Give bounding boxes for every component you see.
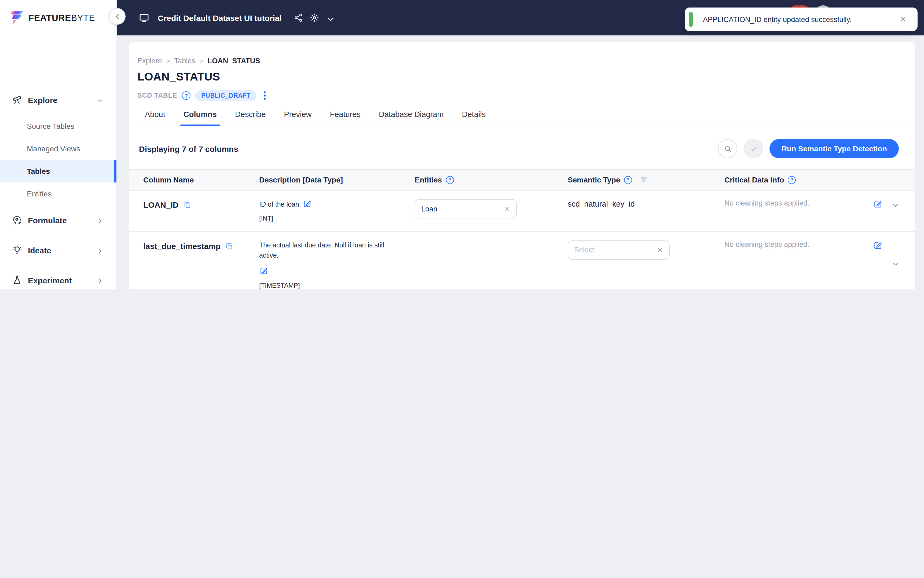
- brand-logo: FEATUREBYTE: [0, 0, 117, 36]
- edit-description-icon[interactable]: [303, 199, 312, 208]
- kebab-menu-icon[interactable]: [261, 91, 269, 101]
- help-icon[interactable]: ?: [182, 91, 190, 100]
- sidebar-collapse-button[interactable]: [109, 8, 126, 25]
- breadcrumb-separator: >: [199, 57, 203, 65]
- copy-icon[interactable]: [225, 242, 233, 251]
- help-icon[interactable]: ?: [624, 176, 632, 184]
- data-type: [INT]: [259, 214, 400, 231]
- semantic-type-value: scd_natural_key_id: [568, 200, 635, 208]
- edit-description-icon[interactable]: [259, 266, 268, 275]
- column-name: last_due_timestamp: [143, 242, 220, 251]
- search-button[interactable]: [718, 139, 738, 158]
- sidebar-item-label: Ideate: [28, 245, 97, 255]
- brand-name: FEATUREBYTE: [28, 13, 95, 23]
- status-badge: PUBLIC_DRAFT: [195, 90, 256, 101]
- clear-icon[interactable]: [657, 247, 663, 253]
- data-type: [TIMESTAMP]: [259, 281, 400, 289]
- entity-select[interactable]: Loan: [415, 199, 517, 218]
- toast-success-bar: [689, 12, 693, 27]
- description-cell: The actual last due date. Null if loan i…: [259, 240, 407, 289]
- header-semantic-type: Semantic Type?: [568, 170, 725, 190]
- entity-value: Loan: [421, 205, 437, 213]
- column-name: LOAN_ID: [143, 200, 179, 209]
- success-toast: APPLICATION_ID entity updated successful…: [685, 8, 918, 31]
- filter-icon[interactable]: [639, 175, 648, 184]
- column-description: The actual last due date. Null if loan i…: [259, 242, 384, 260]
- tab-features[interactable]: Features: [329, 110, 361, 126]
- gear-icon[interactable]: [310, 13, 319, 23]
- tab-details[interactable]: Details: [461, 110, 487, 126]
- columns-summary: Displaying 7 of 7 columns: [139, 144, 238, 153]
- critical-data-info-text: No cleaning steps applied.: [725, 240, 809, 248]
- edit-row-icon[interactable]: [873, 240, 883, 250]
- entities-cell: Loan: [415, 199, 568, 231]
- app-root: FEATUREBYTE ExploreSource TablesManaged …: [0, 0, 924, 289]
- sidebar-item-managed-views[interactable]: Managed Views: [0, 137, 117, 160]
- tab-columns[interactable]: Columns: [182, 110, 218, 126]
- header-critical-data-info: Critical Data Info?: [725, 170, 864, 190]
- clear-icon[interactable]: [504, 206, 510, 212]
- featurebyte-logo-icon: [11, 10, 25, 25]
- entities-cell: [415, 240, 568, 289]
- edit-row-icon[interactable]: [873, 199, 883, 209]
- confirm-button[interactable]: [744, 139, 763, 158]
- column-name-cell: last_due_timestamp: [129, 240, 259, 289]
- header-description: Description [Data Type]: [259, 170, 415, 190]
- breadcrumb-item[interactable]: Explore: [137, 57, 162, 65]
- chevron-down-icon[interactable]: [326, 14, 333, 21]
- sidebar-item-label: Formulate: [28, 216, 97, 225]
- breadcrumb-item[interactable]: Tables: [174, 57, 195, 65]
- sidebar-item-explore[interactable]: Explore: [0, 85, 117, 115]
- chevron-down-icon[interactable]: [891, 201, 900, 210]
- toast-message: APPLICATION_ID entity updated successful…: [703, 15, 899, 23]
- column-description: ID of the loan: [259, 201, 299, 208]
- run-semantic-type-detection-button[interactable]: Run Semantic Type Detection: [770, 139, 899, 158]
- table-meta-row: SCD TABLE ? PUBLIC_DRAFT: [137, 90, 915, 101]
- monitor-icon: [138, 12, 150, 23]
- critical-data-info-cell: No cleaning steps applied.: [725, 199, 864, 231]
- header-actions: [864, 170, 915, 190]
- share-icon[interactable]: [293, 13, 303, 23]
- sidebar-item-entities[interactable]: Entities: [0, 182, 117, 205]
- row-actions-cell: [864, 240, 915, 289]
- tab-database-diagram[interactable]: Database Diagram: [378, 110, 445, 126]
- sidebar-item-source-tables[interactable]: Source Tables: [0, 115, 117, 137]
- table-row: LOAN_ID ID of the loan [INT] Loan scd_na…: [129, 190, 915, 232]
- copy-icon[interactable]: [183, 201, 191, 209]
- select-placeholder: Select: [574, 246, 594, 254]
- table-header-row: Column Name Description [Data Type] Enti…: [129, 169, 915, 190]
- critical-data-info-cell: No cleaning steps applied.: [725, 240, 864, 289]
- main-content: Explore>Tables>LOAN_STATUS LOAN_STATUS S…: [117, 36, 924, 289]
- header-column-name: Column Name: [129, 170, 259, 190]
- critical-data-info-text: No cleaning steps applied.: [725, 199, 809, 207]
- sidebar-nav: ExploreSource TablesManaged ViewsTablesE…: [0, 36, 117, 289]
- ideate-icon: [12, 245, 23, 255]
- explore-icon: [12, 94, 23, 105]
- close-icon[interactable]: [899, 16, 907, 23]
- tab-describe[interactable]: Describe: [234, 110, 267, 126]
- semantic-type-select[interactable]: Select: [568, 240, 669, 260]
- description-cell: ID of the loan [INT]: [259, 199, 407, 231]
- sidebar-item-tables[interactable]: Tables: [0, 160, 117, 182]
- table-toolbar: Displaying 7 of 7 columns Run Semantic T…: [129, 126, 915, 169]
- formulate-icon: [12, 215, 23, 226]
- help-icon[interactable]: ?: [446, 176, 454, 184]
- chevron-down-icon: [97, 96, 104, 103]
- chevron-down-icon[interactable]: [891, 260, 900, 268]
- tab-about[interactable]: About: [144, 110, 166, 126]
- header-entities: Entities?: [415, 170, 568, 190]
- sidebar-item-experiment[interactable]: Experiment: [0, 265, 117, 289]
- column-name-cell: LOAN_ID: [129, 199, 259, 231]
- chevron-right-icon: [97, 216, 104, 224]
- workspace-title: Credit Default Dataset UI tutorial: [158, 13, 282, 22]
- semantic-type-cell: Select: [568, 240, 725, 289]
- toolbar-actions: Run Semantic Type Detection: [718, 139, 899, 158]
- sidebar-item-ideate[interactable]: Ideate: [0, 235, 117, 265]
- sidebar: FEATUREBYTE ExploreSource TablesManaged …: [0, 0, 117, 289]
- tab-preview[interactable]: Preview: [283, 110, 313, 126]
- row-actions-cell: [864, 199, 915, 231]
- help-icon[interactable]: ?: [788, 176, 796, 184]
- chevron-right-icon: [97, 247, 104, 253]
- sidebar-item-formulate[interactable]: Formulate: [0, 205, 117, 235]
- semantic-type-cell: scd_natural_key_id: [568, 199, 725, 231]
